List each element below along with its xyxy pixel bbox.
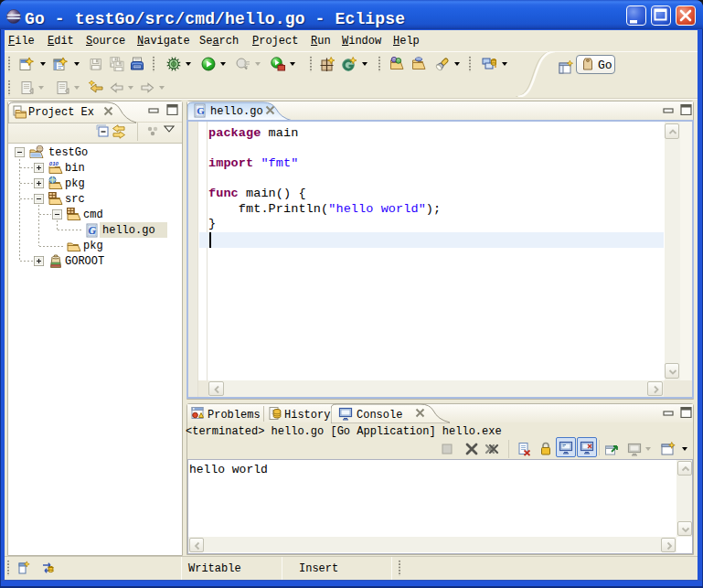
svg-text:G: G	[89, 224, 97, 237]
svg-text:010: 010	[49, 161, 59, 166]
svg-text:G: G	[197, 105, 205, 116]
